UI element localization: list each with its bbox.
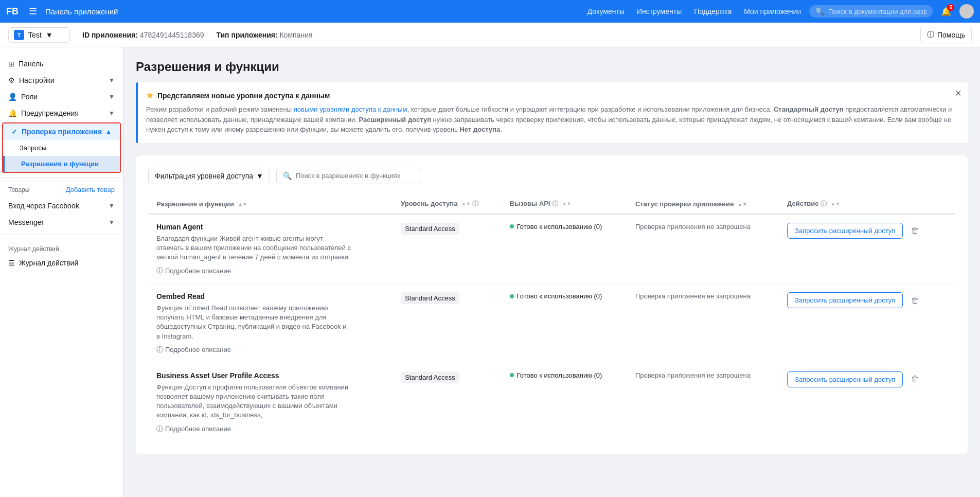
sidebar-item-warnings[interactable]: 🔔 Предупреждения ▼ (0, 105, 123, 121)
cell-review-3: Проверка приложения не запрошена (627, 363, 779, 441)
info-circle-icon-2: ⓘ (156, 345, 163, 354)
notification-area: 🔔 5 (941, 7, 951, 16)
request-extended-access-button-3[interactable]: Запросить расширенный доступ (787, 371, 903, 387)
sort-icon-action[interactable]: ▲▼ (831, 202, 840, 206)
sidebar-item-settings[interactable]: ⚙ Настройки ▼ (0, 72, 123, 88)
delete-button-3[interactable]: 🗑 (907, 372, 923, 386)
table-header: Разрешения и функции ▲▼ Уровень доступа … (148, 194, 955, 214)
page-title: Разрешения и функции (136, 60, 968, 74)
table-body: Human Agent Благодаря функции Живой аген… (148, 214, 955, 442)
banner-link[interactable]: новыми уровнями доступа к данным (294, 105, 407, 113)
sidebar-item-facebook-login[interactable]: Вход через Facebook ▼ (0, 198, 123, 214)
cell-review-1: Проверка приложения не запрошена (627, 214, 779, 284)
cell-action-3: Запросить расширенный доступ 🗑 (779, 363, 955, 441)
delete-button-2[interactable]: 🗑 (907, 294, 923, 307)
panel-icon: ⊞ (8, 60, 14, 68)
col-action: Действие ⓘ ▲▼ (779, 194, 955, 214)
green-dot-icon-2 (510, 294, 514, 298)
sort-icon-permissions[interactable]: ▲▼ (238, 202, 247, 207)
detail-link-1[interactable]: ⓘ Подробное описание (156, 266, 384, 275)
top-navigation: FB ☰ Панель приложений Документы Инструм… (0, 0, 980, 23)
roles-icon: 👤 (8, 93, 17, 101)
warnings-chevron: ▼ (109, 110, 115, 117)
cell-access-1: Standard Access (393, 214, 501, 284)
col-access: Уровень доступа ▲▼ ⓘ (393, 194, 501, 214)
sort-icon-api[interactable]: ▲▼ (562, 202, 572, 206)
sidebar-item-action-log[interactable]: ☰ Журнал действий (0, 255, 123, 271)
add-good-button[interactable]: Добавить товар (66, 186, 115, 193)
search-box[interactable]: 🔍 (809, 5, 933, 17)
filter-chevron-icon: ▼ (256, 172, 263, 180)
sidebar-item-permissions[interactable]: Разрешения и функции (3, 156, 120, 172)
nav-link-docs[interactable]: Документы (587, 7, 625, 15)
cell-access-2: Standard Access (393, 284, 501, 363)
app-type-label: Тип приложения: Компания (216, 31, 312, 39)
help-button[interactable]: ⓘ Помощь (920, 27, 972, 43)
request-extended-access-button-2[interactable]: Запросить расширенный доступ (787, 292, 903, 308)
fb-logo: FB (6, 6, 19, 17)
info-banner: ★ Представляем новые уровни доступа к да… (136, 82, 968, 143)
action-cell-2: Запросить расширенный доступ 🗑 (787, 292, 947, 308)
search-icon: 🔍 (815, 7, 824, 15)
app-review-section: ✓ Проверка приложения ▲ Запросы Разрешен… (2, 122, 121, 173)
sidebar-divider-1 (0, 177, 123, 177)
col-api-calls: Вызовы API ⓘ ▲▼ (502, 194, 627, 214)
sidebar-item-app-review[interactable]: ✓ Проверка приложения ▲ (3, 123, 120, 140)
app-icon: T (14, 30, 24, 40)
action-log-icon: ☰ (8, 259, 15, 267)
sidebar-item-panel[interactable]: ⊞ Панель (0, 56, 123, 72)
sort-icon-review[interactable]: ▲▼ (738, 202, 747, 207)
col-permissions: Разрешения и функции ▲▼ (148, 194, 393, 214)
col-review-status: Статус проверки приложения ▲▼ (627, 194, 779, 214)
notification-icon[interactable]: 🔔 5 (941, 7, 951, 16)
app-selector-chevron: ▼ (46, 31, 53, 39)
nav-link-support[interactable]: Поддержка (694, 7, 732, 15)
nav-links: Документы Инструменты Поддержка Мои прил… (587, 7, 801, 15)
sidebar-item-messenger[interactable]: Messenger ▼ (0, 214, 123, 230)
info-icon-action: ⓘ (821, 200, 827, 207)
table-row: Human Agent Благодаря функции Живой аген… (148, 214, 955, 284)
app-bar: T Test ▼ ID приложения: 4782491445118369… (0, 23, 980, 47)
sidebar-item-roles[interactable]: 👤 Роли ▼ (0, 88, 123, 105)
nav-link-my-apps[interactable]: Мои приложения (744, 7, 801, 15)
cell-api-1: Готово к использованию (0) (502, 214, 627, 284)
sidebar-item-requests[interactable]: Запросы (3, 140, 120, 156)
main-content: Разрешения и функции ★ Представляем новы… (123, 47, 980, 497)
app-name: Test (28, 31, 42, 39)
nav-title: Панель приложений (45, 7, 579, 16)
app-bar-info: ID приложения: 4782491445118369 Тип прил… (82, 31, 908, 39)
detail-link-3[interactable]: ⓘ Подробное описание (156, 424, 384, 434)
filter-button[interactable]: Фильтрация уровней доступа ▼ (148, 168, 270, 184)
access-badge-2: Standard Access (401, 292, 459, 304)
api-status-1: Готово к использованию (0) (510, 223, 619, 230)
app-id-label: ID приложения: 4782491445118369 (82, 31, 204, 39)
banner-close-button[interactable]: ✕ (955, 88, 961, 98)
settings-chevron: ▼ (109, 77, 115, 84)
cell-action-2: Запросить расширенный доступ 🗑 (779, 284, 955, 363)
table-row: Business Asset User Profile Access Функц… (148, 363, 955, 441)
cell-perm-name-2: Oembed Read Функция oEmbed Read позволяе… (148, 284, 393, 363)
cell-api-3: Готово к использованию (0) (502, 363, 627, 441)
request-extended-access-button-1[interactable]: Запросить расширенный доступ (787, 223, 903, 239)
access-badge-1: Standard Access (401, 223, 459, 235)
green-dot-icon-1 (510, 224, 514, 228)
goods-section-header: Товары Добавить товар (0, 182, 123, 198)
help-icon: ⓘ (927, 30, 934, 40)
detail-link-2[interactable]: ⓘ Подробное описание (156, 345, 384, 354)
roles-chevron: ▼ (109, 93, 115, 100)
info-circle-icon-3: ⓘ (156, 424, 163, 434)
banner-text: Режим разработки и рабочий режим заменен… (146, 104, 959, 135)
search-input[interactable] (828, 8, 926, 15)
delete-button-1[interactable]: 🗑 (907, 224, 923, 237)
sidebar: ⊞ Панель ⚙ Настройки ▼ 👤 Роли ▼ 🔔 Предуп… (0, 47, 123, 497)
permissions-search-input[interactable] (296, 172, 414, 180)
messenger-chevron: ▼ (109, 219, 115, 226)
sidebar-divider-2 (0, 235, 123, 235)
nav-link-tools[interactable]: Инструменты (637, 7, 682, 15)
permissions-search-field[interactable]: 🔍 (276, 168, 420, 184)
user-avatar[interactable] (959, 4, 974, 19)
app-selector[interactable]: T Test ▼ (8, 27, 70, 43)
sort-icon-access[interactable]: ▲▼ (461, 202, 471, 206)
menu-icon[interactable]: ☰ (29, 6, 37, 17)
action-cell-3: Запросить расширенный доступ 🗑 (787, 371, 947, 387)
